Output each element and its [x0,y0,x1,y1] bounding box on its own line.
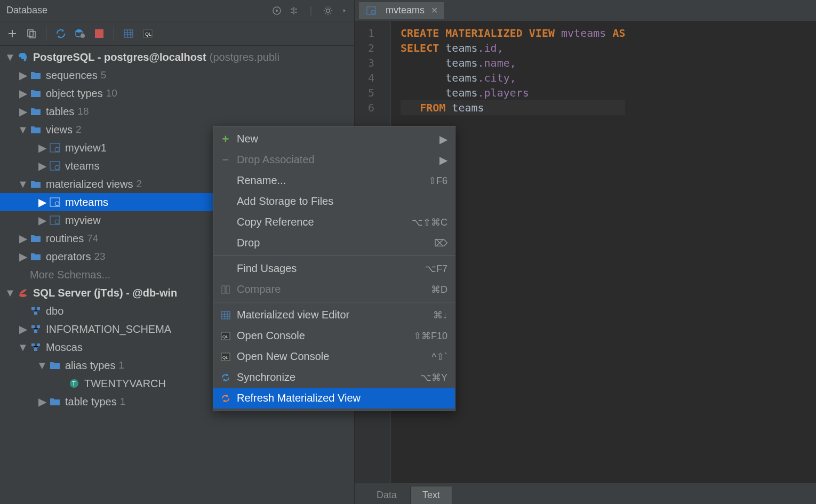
node-tables[interactable]: ▶ tables 18 [0,102,354,121]
svg-point-12 [55,147,59,151]
split-icon[interactable] [289,6,299,15]
node-label: myview [65,214,101,227]
chevron-right-icon[interactable]: ▶ [37,161,47,171]
svg-point-1 [276,10,278,12]
view-icon [49,214,61,226]
node-label: operators [46,251,91,263]
svg-text:T: T [72,380,76,387]
db-node-postgresql[interactable]: ▼ PostgreSQL - postgres@localhost (postg… [0,48,354,66]
folder-icon [49,359,61,371]
ctx-drop-assoc[interactable]: − Drop Associated ▶ [213,149,455,170]
svg-point-2 [326,9,330,12]
spacer [18,306,28,316]
ctx-mv-editor[interactable]: Materialized view Editor ⌘↓ [213,305,455,325]
chevron-right-icon[interactable]: ▶ [18,252,28,261]
toolbar: QL [0,21,354,46]
hide-icon[interactable] [340,6,350,15]
ctx-add-storage[interactable]: Add Storage to Files [213,191,455,212]
chevron-right-icon[interactable]: ▶ [18,324,28,334]
keyword: AS [612,27,625,39]
node-sequences[interactable]: ▶ sequences 5 [0,66,354,84]
chevron-right-icon[interactable]: ▶ [37,397,47,406]
svg-rect-22 [34,312,37,315]
ctx-open-new-console[interactable]: QL Open New Console ^⇧` [213,346,455,367]
svg-rect-21 [37,307,40,310]
line-number: 3 [355,55,386,70]
count-badge: 5 [101,69,107,81]
chevron-down-icon[interactable]: ▼ [18,125,28,134]
ctx-new[interactable]: + New ▶ [213,129,455,149]
tab-text[interactable]: Text [410,486,452,504]
db-label: SQL Server (jTds) - @db-win [33,287,177,299]
separator [213,302,455,302]
ctx-label: Open Console [237,330,413,342]
view-icon [49,160,61,172]
gear-icon[interactable] [323,6,333,15]
count-badge: 2 [76,124,82,135]
view-icon [365,5,377,17]
chevron-down-icon[interactable]: ▼ [5,288,15,298]
spacer [57,379,66,388]
refresh-icon [219,394,233,403]
node-label: materialized views [46,178,133,190]
chevron-down-icon[interactable]: ▼ [37,361,47,370]
close-icon[interactable]: ✕ [431,5,438,15]
chevron-right-icon[interactable]: ▶ [18,107,28,116]
node-object-types[interactable]: ▶ object types 10 [0,84,354,102]
panel-header: Database | [0,0,354,21]
chevron-right-icon[interactable]: ▶ [37,197,47,207]
svg-text:QL: QL [222,334,228,339]
node-label: dbo [46,305,63,317]
node-label: vteams [65,160,99,172]
datasource-props-icon[interactable] [73,27,87,41]
count-badge: 23 [94,251,106,262]
ctx-open-console[interactable]: QL Open Console ⇧⌘F10 [213,325,455,346]
console-icon: QL [219,332,233,340]
table-icon[interactable] [122,27,135,41]
ctx-find-usages[interactable]: Find Usages ⌥F7 [213,258,455,279]
chevron-down-icon[interactable]: ▼ [18,179,28,189]
chevron-right-icon[interactable]: ▶ [37,215,47,225]
svg-point-5 [76,29,82,33]
table-ref: teams [445,71,477,84]
ctx-drop[interactable]: Drop ⌦ [213,233,455,253]
folder-icon [30,87,42,99]
target-icon[interactable] [272,6,282,15]
svg-point-19 [19,294,27,297]
svg-rect-7 [95,29,103,38]
chevron-right-icon[interactable]: ▶ [18,70,28,80]
svg-rect-20 [31,307,35,310]
column: .city, [478,71,516,84]
add-icon[interactable] [5,27,19,41]
shortcut: ⌘D [431,284,447,295]
ctx-copy-ref[interactable]: Copy Reference ⌥⇧⌘C [213,212,455,233]
ctx-rename[interactable]: Rename... ⇧F6 [213,170,455,191]
tab-data[interactable]: Data [364,486,409,504]
panel-title: Database [4,5,47,16]
folder-icon [30,251,42,262]
tab-mvteams[interactable]: mvteams ✕ [359,2,444,19]
stop-icon[interactable] [92,27,106,41]
shortcut: ⌥F7 [425,263,447,275]
node-label: views [46,124,73,136]
count-badge: 10 [106,87,117,99]
shortcut: ⇧F6 [428,175,447,187]
duplicate-icon[interactable] [25,27,38,41]
chevron-right-icon[interactable]: ▶ [18,234,28,243]
chevron-right-icon[interactable]: ▶ [18,89,28,98]
svg-rect-28 [34,348,37,351]
refresh-icon[interactable] [54,27,68,41]
svg-point-32 [371,10,375,14]
folder-icon [30,106,42,117]
chevron-right-icon[interactable]: ▶ [37,143,47,153]
folder-icon [30,69,42,81]
ctx-synchronize[interactable]: Synchronize ⌥⌘Y [213,367,455,388]
ctx-refresh-mv[interactable]: Refresh Materialized View [213,388,455,409]
svg-point-16 [55,202,59,206]
submenu-arrow-icon: ▶ [439,154,447,166]
chevron-down-icon[interactable]: ▼ [5,52,15,62]
chevron-down-icon[interactable]: ▼ [18,342,28,352]
console-icon[interactable]: QL [141,27,155,41]
ctx-compare[interactable]: Compare ⌘D [213,279,455,300]
identifier: mvteams [561,27,606,39]
